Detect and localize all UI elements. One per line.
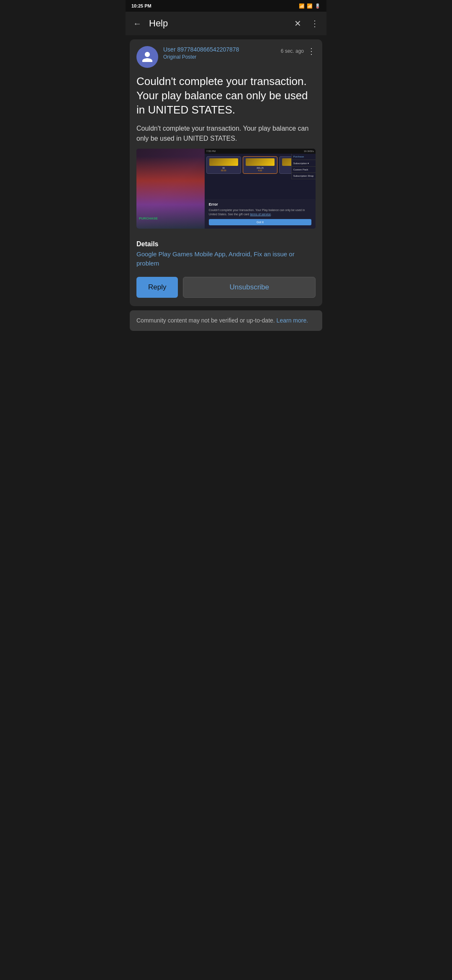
ss-item-1: 60 60.00	[206, 156, 241, 174]
screenshot-image: PURCHASE 7:55 PM 19.3KB/s 60 60.00 30	[136, 149, 316, 228]
status-bar: 10:25 PM 📶 📶 🪫	[126, 0, 326, 12]
details-value: Google Play Games Mobile App, Android, F…	[136, 250, 316, 268]
ss-character-area: PURCHASE	[136, 149, 205, 228]
post-title: Couldn't complete your transaction. Your…	[130, 71, 322, 124]
ss-error-text: Couldn't complete your transaction. Your…	[209, 208, 311, 217]
username: User 8977840866542207878	[163, 46, 276, 53]
details-section: Details Google Play Games Mobile App, An…	[130, 235, 322, 273]
bluetooth-icon: 📶	[299, 3, 305, 9]
ss-item-icon-1	[209, 158, 238, 166]
ss-time: 7:55 PM	[206, 150, 216, 152]
top-bar: ← Help ✕ ⋮	[126, 12, 326, 35]
post-options-icon[interactable]: ⋮	[307, 46, 316, 56]
close-icon[interactable]: ✕	[293, 17, 303, 30]
post-card: User 8977840866542207878 Original Poster…	[130, 39, 322, 306]
post-meta: User 8977840866542207878 Original Poster	[163, 46, 276, 60]
status-time-network: 10:25 PM	[131, 3, 152, 8]
learn-more-link[interactable]: Learn more.	[277, 317, 308, 324]
ss-purchase-text: PURCHASE	[139, 217, 158, 220]
ss-got-it-button[interactable]: Got it	[209, 219, 311, 225]
ss-item-2: 300+25 4.00	[243, 156, 277, 174]
ss-nav-purchase[interactable]: Purchase	[292, 154, 316, 160]
original-poster-label: Original Poster	[163, 54, 196, 60]
ss-nav-subscription[interactable]: Subscription ▾	[292, 160, 316, 167]
wifi-icon: 📶	[307, 3, 313, 9]
ss-item-price-1: 60.00	[209, 169, 238, 172]
unsubscribe-button[interactable]: Unsubscribe	[183, 277, 316, 298]
avatar	[136, 46, 158, 68]
ss-network: 19.3KB/s	[304, 150, 314, 152]
reply-button[interactable]: Reply	[136, 277, 178, 298]
ss-store-area: 7:55 PM 19.3KB/s 60 60.00 300+25 4.00	[205, 149, 316, 228]
back-arrow-icon[interactable]: ←	[131, 17, 143, 30]
community-notice-text: Community content may not be verified or…	[136, 317, 275, 324]
ss-side-nav: Purchase Subscription ▾ Custom Pack Subs…	[291, 154, 316, 179]
post-body: Couldn't complete your transaction. Your…	[130, 124, 322, 149]
ss-error-link[interactable]: terms of service	[250, 213, 270, 216]
community-notice: Community content may not be verified or…	[130, 310, 322, 331]
post-screenshot: PURCHASE 7:55 PM 19.3KB/s 60 60.00 30	[136, 149, 316, 228]
ss-item-icon-2	[246, 158, 275, 166]
post-time-menu: 6 sec. ago ⋮	[281, 46, 316, 56]
buttons-row: Reply Unsubscribe	[130, 273, 322, 306]
more-options-icon[interactable]: ⋮	[309, 17, 321, 30]
ss-item-price-2: 4.00	[246, 169, 275, 172]
post-time: 6 sec. ago	[281, 48, 304, 54]
ss-status-bar: 7:55 PM 19.3KB/s	[205, 149, 316, 154]
battery-icon: 🪫	[315, 3, 321, 9]
ss-error-dialog: Error Couldn't complete your transaction…	[205, 199, 316, 229]
ss-error-title: Error	[209, 202, 311, 206]
page-title: Help	[149, 18, 287, 29]
bottom-space	[126, 335, 326, 343]
details-label: Details	[136, 240, 316, 248]
status-icons: 📶 📶 🪫	[299, 3, 321, 9]
user-icon	[141, 51, 154, 63]
ss-nav-subscription-shop[interactable]: Subscription Shop	[292, 173, 316, 179]
post-header: User 8977840866542207878 Original Poster…	[130, 39, 322, 71]
ss-nav-custom-pack[interactable]: Custom Pack	[292, 167, 316, 173]
